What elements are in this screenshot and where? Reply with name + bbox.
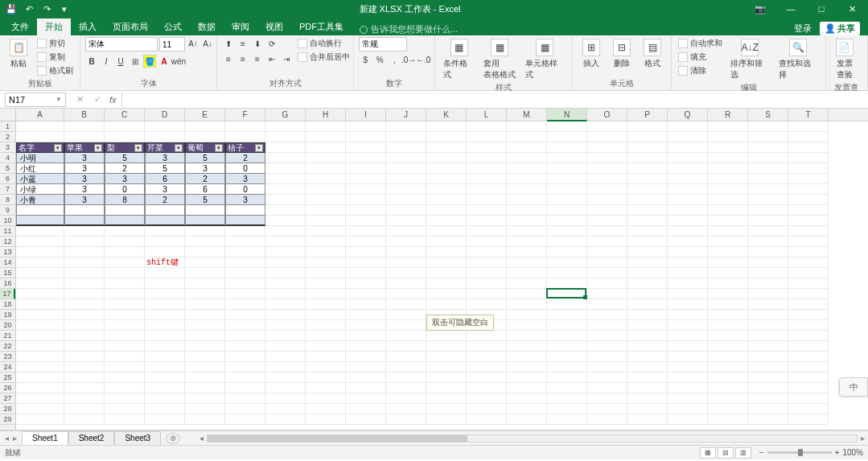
ribbon-tab[interactable]: 公式	[156, 19, 190, 35]
cell[interactable]	[627, 195, 668, 205]
cell[interactable]	[346, 383, 386, 393]
cell[interactable]	[668, 373, 708, 383]
cell[interactable]	[265, 404, 306, 414]
cell[interactable]: 5	[185, 195, 225, 205]
cell[interactable]	[185, 205, 225, 216]
cell[interactable]	[668, 299, 708, 310]
format-as-table-button[interactable]: ▦套用 表格格式	[481, 37, 519, 82]
cell[interactable]	[627, 373, 668, 383]
cell[interactable]: 小明	[16, 153, 64, 163]
cell[interactable]	[426, 142, 467, 153]
cell[interactable]	[426, 341, 467, 352]
cell[interactable]	[346, 393, 386, 404]
cell[interactable]	[306, 289, 346, 299]
cell[interactable]	[386, 414, 426, 425]
cell[interactable]	[547, 341, 587, 352]
cell[interactable]	[426, 278, 467, 289]
cell[interactable]	[386, 216, 426, 226]
cell[interactable]	[748, 205, 788, 216]
cell[interactable]	[587, 341, 627, 352]
cell[interactable]	[265, 174, 306, 184]
cell[interactable]	[386, 393, 426, 404]
cell[interactable]	[708, 257, 748, 268]
cell[interactable]	[306, 195, 346, 205]
cell[interactable]	[185, 404, 225, 414]
align-top-button[interactable]: ⬆	[222, 37, 235, 50]
cell[interactable]	[64, 299, 105, 310]
fapiao-button[interactable]: 📄发票 查验	[831, 37, 858, 82]
cell[interactable]	[467, 299, 507, 310]
sheet-tab[interactable]: Sheet3	[114, 431, 161, 445]
cell[interactable]	[105, 205, 145, 216]
cell[interactable]	[105, 393, 145, 404]
cell[interactable]	[225, 216, 265, 226]
row-header[interactable]: 13	[0, 247, 15, 257]
cell[interactable]: 5	[105, 153, 145, 163]
font-name-select[interactable]	[85, 37, 158, 51]
ribbon-tab[interactable]: 审阅	[224, 19, 257, 35]
cell[interactable]	[64, 226, 105, 237]
cell[interactable]	[668, 184, 708, 195]
row-header[interactable]: 25	[0, 373, 15, 383]
cell[interactable]	[668, 414, 708, 425]
cell[interactable]	[346, 331, 386, 341]
cell[interactable]	[788, 373, 829, 383]
cell[interactable]	[507, 268, 547, 278]
cell[interactable]	[346, 195, 386, 205]
cell[interactable]	[467, 195, 507, 205]
cell[interactable]	[708, 289, 748, 299]
row-header[interactable]: 26	[0, 383, 15, 393]
cell[interactable]	[627, 310, 668, 320]
cell[interactable]	[185, 352, 225, 362]
cell[interactable]	[386, 404, 426, 414]
cell[interactable]	[627, 331, 668, 341]
cell[interactable]	[467, 226, 507, 237]
cell[interactable]	[788, 216, 829, 226]
cell[interactable]	[426, 163, 467, 174]
cell[interactable]	[467, 247, 507, 257]
cell[interactable]	[748, 226, 788, 237]
cell[interactable]	[16, 352, 64, 362]
cell[interactable]	[346, 404, 386, 414]
cell[interactable]	[788, 289, 829, 299]
cell[interactable]	[64, 237, 105, 247]
cell[interactable]	[225, 121, 265, 132]
cell[interactable]	[547, 121, 587, 132]
ribbon-tab[interactable]: 插入	[71, 19, 105, 35]
cell[interactable]	[547, 195, 587, 205]
cell[interactable]	[225, 257, 265, 268]
cell[interactable]: 小蓝	[16, 174, 64, 184]
cell[interactable]	[668, 362, 708, 373]
cell[interactable]	[788, 352, 829, 362]
percent-button[interactable]: %	[373, 53, 386, 66]
cell[interactable]	[265, 247, 306, 257]
cell[interactable]	[507, 341, 547, 352]
cell[interactable]	[507, 142, 547, 153]
cell[interactable]	[16, 310, 64, 320]
cell[interactable]	[507, 184, 547, 195]
column-header[interactable]: O	[587, 109, 627, 121]
cell[interactable]	[547, 289, 587, 299]
cell[interactable]	[668, 237, 708, 247]
cell[interactable]	[346, 289, 386, 299]
cell[interactable]	[668, 195, 708, 205]
cell[interactable]	[507, 310, 547, 320]
cell[interactable]	[185, 320, 225, 331]
cell[interactable]	[708, 352, 748, 362]
cell[interactable]	[788, 247, 829, 257]
wrap-text-button[interactable]: 自动换行	[296, 37, 352, 50]
cell[interactable]	[265, 310, 306, 320]
cell[interactable]	[16, 320, 64, 331]
cell[interactable]	[627, 362, 668, 373]
cell[interactable]	[225, 247, 265, 257]
column-header[interactable]: B	[64, 109, 105, 121]
cell[interactable]	[145, 331, 185, 341]
cell[interactable]	[748, 278, 788, 289]
cell[interactable]	[105, 247, 145, 257]
cell[interactable]	[507, 320, 547, 331]
cell[interactable]	[668, 153, 708, 163]
cell[interactable]	[265, 237, 306, 247]
cell[interactable]: 芹菜▾	[145, 142, 185, 153]
cell[interactable]	[467, 278, 507, 289]
cell[interactable]	[16, 226, 64, 237]
